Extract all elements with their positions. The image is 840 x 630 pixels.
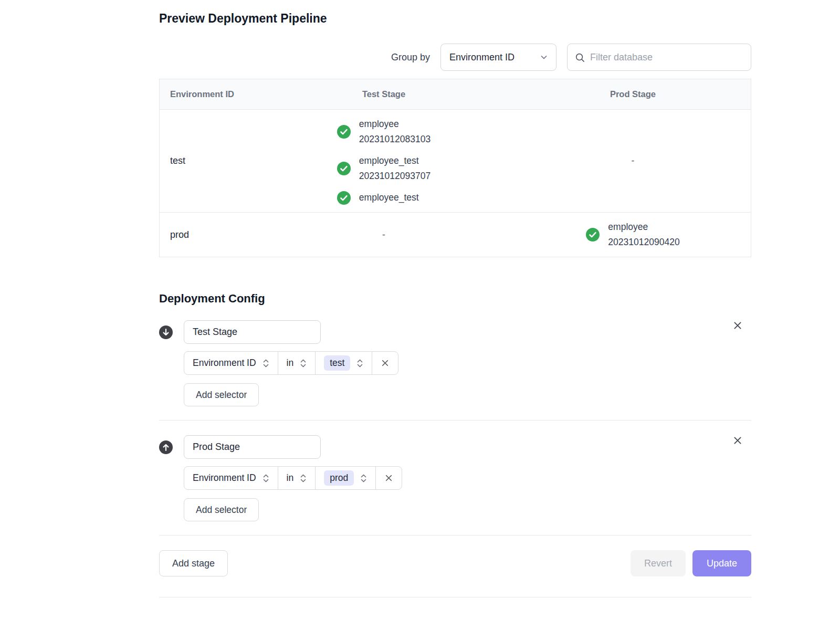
stage-name-input[interactable] bbox=[184, 435, 321, 459]
stage-config-block: Environment ID in prod bbox=[159, 435, 751, 521]
selector-row: Environment ID in test bbox=[184, 351, 751, 375]
filter-database-input[interactable] bbox=[590, 52, 743, 63]
database-version: 20231012093707 bbox=[359, 169, 430, 184]
database-name: employee bbox=[608, 219, 679, 235]
stage-header bbox=[159, 320, 751, 344]
test-stage-cell: - bbox=[253, 229, 515, 240]
table-header-row: Environment ID Test Stage Prod Stage bbox=[160, 79, 751, 110]
table-row: prod - employee 20231012090420 bbox=[160, 213, 751, 257]
footer-actions: Add stage Revert Update bbox=[159, 550, 751, 576]
database-name: employee bbox=[359, 117, 430, 132]
divider bbox=[159, 535, 751, 536]
selector-row: Environment ID in prod bbox=[184, 466, 751, 490]
remove-selector-button[interactable] bbox=[372, 352, 398, 374]
add-stage-button[interactable]: Add stage bbox=[159, 550, 228, 576]
deployed-database-item: employee 20231012090420 bbox=[586, 219, 679, 250]
check-circle-icon bbox=[337, 162, 351, 175]
deployed-database-item: employee_test bbox=[337, 190, 430, 205]
environment-id: prod bbox=[170, 229, 189, 240]
column-header-environment-id: Environment ID bbox=[160, 89, 253, 99]
selector-value-select[interactable]: test bbox=[315, 352, 372, 374]
selector-key-value: Environment ID bbox=[193, 358, 256, 369]
remove-stage-button[interactable] bbox=[731, 319, 744, 332]
chevron-down-icon bbox=[539, 52, 549, 62]
group-by-select[interactable]: Environment ID bbox=[440, 44, 556, 71]
stage-header bbox=[159, 435, 751, 459]
database-name: employee_test bbox=[359, 190, 419, 205]
database-name: employee_test bbox=[359, 153, 430, 169]
check-circle-icon bbox=[586, 228, 600, 242]
group-by-selected-value: Environment ID bbox=[449, 52, 514, 63]
filter-database-box[interactable] bbox=[567, 44, 751, 71]
selector-key-select[interactable]: Environment ID bbox=[184, 352, 278, 374]
prod-stage-cell: - bbox=[515, 155, 751, 166]
selector-group: Environment ID in prod bbox=[184, 466, 402, 490]
selector-key-value: Environment ID bbox=[193, 472, 256, 484]
table-row: test employee 20231012083103 bbox=[160, 110, 751, 213]
selector-operator-select[interactable]: in bbox=[278, 467, 316, 489]
selector-value-tag: test bbox=[324, 355, 350, 371]
deployed-database-item: employee 20231012083103 bbox=[337, 117, 430, 147]
prod-stage-cell: employee 20231012090420 bbox=[515, 219, 751, 250]
search-icon bbox=[575, 52, 585, 62]
check-circle-icon bbox=[337, 125, 351, 139]
toolbar: Group by Environment ID bbox=[159, 44, 751, 71]
environment-cell: test bbox=[160, 155, 253, 166]
remove-stage-button[interactable] bbox=[731, 434, 744, 447]
selector-operator-value: in bbox=[287, 472, 294, 484]
environment-cell: prod bbox=[160, 229, 253, 240]
close-icon bbox=[381, 359, 390, 368]
update-button[interactable]: Update bbox=[692, 550, 751, 576]
column-header-test-stage: Test Stage bbox=[253, 89, 515, 99]
selector-value-tag: prod bbox=[324, 470, 354, 486]
chevron-up-down-icon bbox=[262, 473, 269, 484]
pipeline-table: Environment ID Test Stage Prod Stage tes… bbox=[159, 79, 751, 257]
selector-operator-select[interactable]: in bbox=[278, 352, 316, 374]
chevron-up-down-icon bbox=[300, 358, 307, 369]
stage-name-input[interactable] bbox=[184, 320, 321, 344]
arrow-down-circle-icon[interactable] bbox=[159, 326, 173, 339]
deployment-config-title: Deployment Config bbox=[159, 292, 751, 306]
arrow-up-circle-icon[interactable] bbox=[159, 440, 173, 454]
remove-selector-button[interactable] bbox=[375, 467, 402, 489]
selector-value-select[interactable]: prod bbox=[315, 467, 375, 489]
environment-id: test bbox=[170, 155, 185, 166]
selector-group: Environment ID in test bbox=[184, 351, 398, 375]
stage-config-block: Environment ID in test bbox=[159, 320, 751, 406]
selector-key-select[interactable]: Environment ID bbox=[184, 467, 278, 489]
close-icon bbox=[384, 474, 393, 482]
page-title: Preview Deployment Pipeline bbox=[159, 12, 751, 26]
chevron-up-down-icon bbox=[300, 473, 307, 484]
main-content: Preview Deployment Pipeline Group by Env… bbox=[159, 0, 751, 597]
database-version: 20231012090420 bbox=[608, 235, 679, 250]
check-circle-icon bbox=[337, 191, 351, 205]
empty-stage-placeholder: - bbox=[382, 229, 385, 240]
chevron-up-down-icon bbox=[356, 358, 363, 369]
column-header-prod-stage: Prod Stage bbox=[515, 89, 751, 99]
bottom-divider bbox=[159, 597, 751, 597]
divider bbox=[159, 420, 751, 421]
revert-button[interactable]: Revert bbox=[631, 550, 686, 576]
add-selector-button[interactable]: Add selector bbox=[184, 498, 259, 521]
chevron-up-down-icon bbox=[262, 358, 269, 369]
add-selector-button[interactable]: Add selector bbox=[184, 383, 259, 406]
test-stage-cell: employee 20231012083103 employee_test 20… bbox=[253, 117, 515, 205]
group-by-label: Group by bbox=[391, 52, 430, 63]
selector-operator-value: in bbox=[287, 358, 294, 369]
deployed-database-item: employee_test 20231012093707 bbox=[337, 153, 430, 184]
database-version: 20231012083103 bbox=[359, 132, 430, 147]
empty-stage-placeholder: - bbox=[632, 155, 635, 166]
chevron-up-down-icon bbox=[360, 473, 367, 484]
